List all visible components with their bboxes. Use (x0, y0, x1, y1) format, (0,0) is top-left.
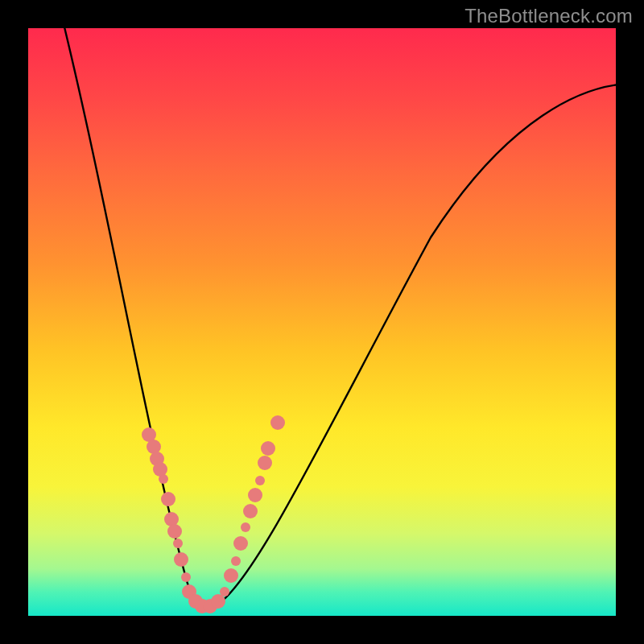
scatter-dot (258, 456, 272, 470)
scatter-dot (220, 587, 229, 597)
scatter-dot (174, 552, 188, 567)
scatter-dots (142, 415, 285, 613)
scatter-dot (241, 522, 250, 532)
scatter-dot (243, 504, 258, 518)
scatter-dot (255, 476, 265, 485)
plot-area (28, 28, 616, 616)
scatter-dot (181, 572, 191, 582)
scatter-dot (224, 568, 238, 583)
scatter-dot (173, 539, 183, 548)
watermark-text: TheBottleneck.com (464, 5, 633, 27)
scatter-dot (161, 492, 175, 506)
chart-frame: TheBottleneck.com (0, 0, 644, 644)
scatter-dot (231, 556, 241, 566)
curve-layer (28, 28, 616, 616)
scatter-dot (167, 524, 182, 539)
scatter-dot (233, 536, 248, 551)
scatter-dot (159, 474, 168, 484)
bottleneck-curve (59, 28, 616, 606)
scatter-dot (270, 415, 285, 430)
scatter-dot (261, 441, 275, 456)
scatter-dot (248, 488, 262, 502)
scatter-dot (153, 462, 167, 477)
